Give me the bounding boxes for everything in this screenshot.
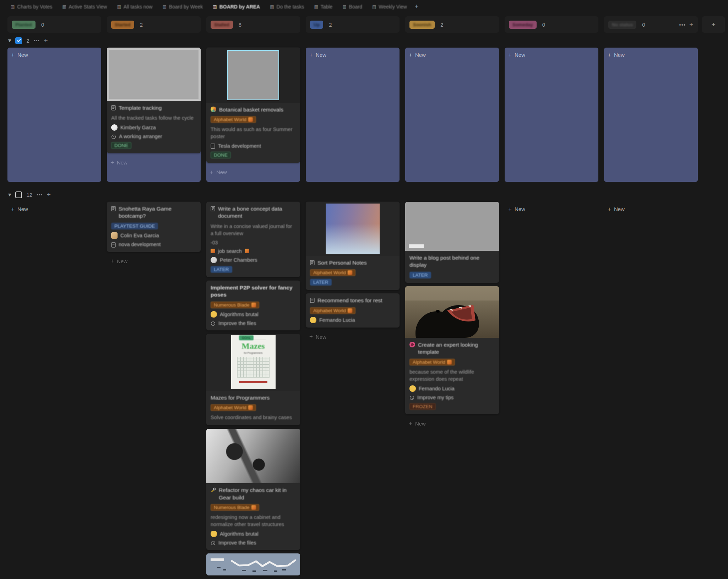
emoji-row-label: job search [218, 248, 242, 254]
group-header-unchecked: ▼ 12 ••• + [0, 190, 728, 200]
card-description: Solve coordinates and brainy cases [211, 414, 296, 421]
group-add-button[interactable]: + [47, 191, 51, 199]
view-tab-all-tasks[interactable]: ▥ All tasks now [117, 4, 152, 10]
wrench-icon [211, 487, 216, 493]
card-p2p-solver[interactable]: Implement P2P solver for fancy poses Num… [206, 281, 300, 330]
collapse-toggle-icon[interactable]: ▼ [8, 38, 11, 43]
column-header-4[interactable]: Up 2 [306, 16, 400, 33]
status-pill-none[interactable]: No status [608, 21, 636, 29]
view-tab-bar: ▥ Charts by Votes ▦ Active Stats View ▥ … [0, 0, 728, 12]
status-pill-orange[interactable]: Started [111, 21, 134, 29]
column-header-1[interactable]: Planted 0 [7, 16, 101, 33]
image-placeholder [227, 50, 279, 100]
status-pill-yellow[interactable]: Soonish [409, 21, 435, 29]
subtask-label: Improve my tips [417, 395, 453, 400]
lane-planted: +New [7, 202, 101, 579]
new-card-button[interactable]: +New [107, 255, 201, 269]
status-pill-red[interactable]: Stalled [211, 21, 233, 29]
view-tab-board-by-week[interactable]: ▥ Board by Week [162, 4, 203, 10]
status-pill-blue[interactable]: Up [310, 21, 323, 29]
status-pill-purple[interactable]: Someday [509, 21, 537, 29]
new-card-button[interactable]: +New [604, 202, 698, 216]
person-name: Fernando Lucia [319, 317, 355, 323]
status-pill-green[interactable]: Planted [12, 21, 36, 29]
add-column-button[interactable]: + [702, 16, 725, 33]
group-menu-button[interactable]: ••• [34, 38, 40, 43]
card-description: All the tracked tasks follow the cycle [111, 114, 196, 121]
card-title: Implement P2P solver for fancy poses [211, 284, 296, 299]
card-blog-post[interactable]: Write a blog post behind one display LAT… [405, 202, 499, 283]
new-card-button[interactable]: +New [505, 202, 598, 216]
card-concept-document[interactable]: Write a bone concept data document Write… [206, 202, 300, 277]
book-footer [239, 381, 267, 383]
new-card-button[interactable]: +New [405, 48, 499, 62]
page-icon [211, 206, 215, 211]
new-card-button[interactable]: +New [7, 202, 101, 216]
new-card-button[interactable]: +New [604, 48, 698, 62]
group-menu-button[interactable]: ••• [37, 192, 43, 197]
card-title: Create an expert looking template [418, 341, 495, 356]
new-card-button[interactable]: +New [306, 331, 400, 344]
card-sort-personal-notes[interactable]: Sort Personal Notes Alphabet World LATER [306, 202, 400, 290]
column-menu-button[interactable]: ••• [679, 22, 686, 28]
group-checkbox-unchecked[interactable] [15, 191, 22, 198]
lane-someday: +New [505, 202, 598, 579]
column-header-5[interactable]: Soonish 2 [405, 16, 499, 33]
card-refactor-gear[interactable]: Refactor my chaos car kit in Gear build … [206, 429, 300, 550]
card-expert-template[interactable]: Create an expert looking template Alphab… [405, 286, 499, 414]
lane-planted: +New [7, 48, 101, 182]
view-tab-board[interactable]: ▥ Board [342, 4, 362, 10]
view-tab-table[interactable]: ▦ Table [314, 4, 332, 10]
collapse-toggle-icon[interactable]: ▼ [8, 193, 11, 197]
maze-illustration [237, 357, 270, 378]
card-recommend-tones[interactable]: Recommend tones for rest Alphabet World … [306, 293, 400, 327]
gradient-image [326, 204, 380, 254]
view-tab-charts-by-votes[interactable]: ▥ Charts by Votes [11, 4, 52, 10]
column-header-3[interactable]: Stalled 8 [206, 16, 300, 33]
group-add-button[interactable]: + [44, 37, 48, 44]
column-add-card-button[interactable]: + [689, 21, 694, 28]
card-template-tracking[interactable]: Template tracking All the tracked tasks … [107, 48, 201, 153]
view-tab-board-by-area-active[interactable]: ▥ BOARD by AREA [213, 4, 260, 10]
column-header-2[interactable]: Started 2 [107, 16, 201, 33]
mini-tag: GOAL [239, 335, 254, 340]
view-tab-active-stats[interactable]: ▦ Active Stats View [62, 4, 107, 10]
book-subtitle: for Programmers [244, 352, 263, 354]
orange-emoji-icon [251, 505, 256, 510]
card-cover-gradient [306, 202, 400, 256]
view-tab-do-the-tasks[interactable]: ▦ Do the tasks [270, 4, 304, 10]
board-view-icon: ▥ [342, 4, 346, 9]
board-view-icon: ▥ [213, 4, 217, 9]
card-sketch-chart[interactable] [206, 553, 300, 575]
page-icon [111, 206, 116, 211]
card-title: Mazes for Programmers [211, 394, 270, 401]
table-view-icon: ▦ [314, 4, 318, 9]
card-game-bootcamp[interactable]: Snohetta Raya Game bootcamp? PLAYTEST GU… [107, 202, 201, 252]
card-mazes-book[interactable]: GOAL Mazes for Programmers Mazes for Pro… [206, 334, 300, 425]
board-view-icon: ▥ [117, 4, 121, 9]
project-tag: Alphabet World [211, 116, 256, 123]
card-cover-selected-image[interactable] [206, 48, 300, 103]
add-view-button[interactable]: + [415, 3, 419, 10]
column-count: 0 [542, 22, 545, 28]
new-card-button[interactable]: +New [405, 418, 499, 431]
status-tag-later: LATER [211, 266, 232, 273]
new-card-button[interactable]: +New [206, 166, 300, 179]
avatar-emoji [409, 385, 416, 392]
new-card-button[interactable]: +New [306, 48, 400, 62]
new-card-button[interactable]: +New [7, 48, 101, 62]
group-checkbox-checked[interactable] [15, 37, 22, 44]
column-header-6[interactable]: Someday 0 [505, 16, 598, 33]
new-card-button[interactable]: +New [107, 157, 201, 170]
group-body-checked: +New Template tracking All the tracked t… [0, 48, 728, 182]
person-name: Algorithms brutal [220, 312, 259, 317]
new-card-button[interactable]: +New [505, 48, 598, 62]
board-column-headers: Planted 0 Started 2 Stalled 8 Up 2 Sooni… [0, 16, 728, 33]
group-body-unchecked: +New Snohetta Raya Game bootcamp? PLAYTE… [0, 202, 728, 579]
column-header-7[interactable]: No status 0 ••• + [604, 16, 698, 33]
status-tag-done: DONE [111, 142, 131, 149]
card-botanical-removals[interactable]: Botanical basket removals Alphabet World… [206, 48, 300, 163]
card-cover-book: Mazes for Programmers [206, 334, 300, 391]
view-tab-weekly-view[interactable]: ▤ Weekly View [372, 4, 407, 10]
card-title: Sort Personal Notes [317, 259, 367, 266]
